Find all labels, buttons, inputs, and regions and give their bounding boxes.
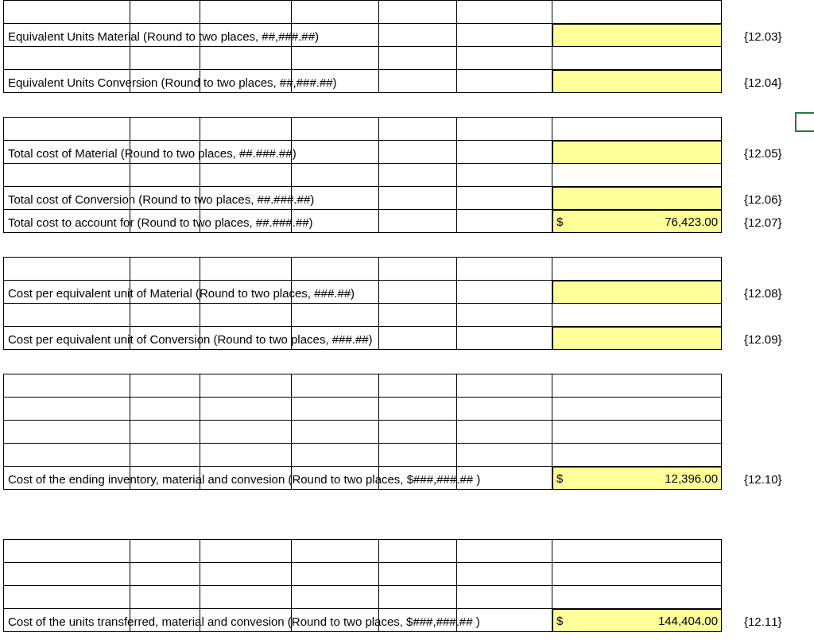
spreadsheet: Equivalent Units Material (Round to two … — [0, 0, 814, 632]
ref-label: {12.06} — [744, 192, 782, 205]
selection-box — [795, 112, 814, 132]
block-transferred: Cost of the units transferred, material … — [3, 539, 722, 632]
block-ending-inventory: Cost of the ending inventory, material a… — [3, 374, 722, 490]
ref-label: {12.07} — [744, 215, 782, 228]
row-total-cost-account-for: Total cost to account for (Round to two … — [3, 210, 722, 233]
label-cpeu-conversion: Cost per equivalent unit of Conversion (… — [8, 332, 373, 345]
table-row — [3, 1, 722, 24]
table-row — [3, 540, 722, 563]
ref-label: {12.08} — [744, 285, 782, 299]
table-row — [3, 258, 722, 281]
input-cpeu-conversion[interactable] — [552, 327, 722, 350]
currency-symbol: $ — [556, 471, 563, 485]
input-ending-inventory[interactable]: $ 12,396.00 — [552, 467, 722, 490]
label-cpeu-material: Cost per equivalent unit of Material (Ro… — [8, 285, 355, 299]
table-row — [3, 586, 722, 609]
ref-label: {12.11} — [744, 614, 782, 627]
label-total-cost-material: Total cost of Material (Round to two pla… — [8, 145, 297, 159]
block-cost-per-eu: Cost per equivalent unit of Material (Ro… — [3, 257, 722, 350]
input-total-cost-account-for[interactable]: $ 76,423.00 — [552, 210, 722, 233]
table-row — [3, 304, 722, 327]
ref-label: {12.09} — [744, 332, 782, 345]
currency-symbol: $ — [556, 215, 563, 228]
row-eq-units-conversion: Equivalent Units Conversion (Round to tw… — [3, 70, 722, 93]
ref-label: {12.04} — [744, 75, 782, 88]
input-transferred[interactable]: $ 144,404.00 — [552, 609, 722, 632]
label-total-cost-account-for: Total cost to account for (Round to two … — [8, 215, 313, 228]
table-row — [3, 374, 722, 398]
row-cpeu-material: Cost per equivalent unit of Material (Ro… — [3, 281, 722, 304]
row-total-cost-conversion: Total cost of Conversion (Round to two p… — [3, 187, 722, 210]
table-row — [3, 398, 722, 421]
table-row — [3, 118, 722, 141]
input-total-cost-material[interactable] — [552, 141, 722, 164]
table-row — [3, 444, 722, 467]
input-eq-units-conversion[interactable] — [552, 70, 722, 93]
value-total-cost-account-for: 76,423.00 — [566, 215, 718, 228]
table-row — [3, 421, 722, 444]
label-transferred: Cost of the units transferred, material … — [8, 614, 480, 627]
value-ending-inventory: 12,396.00 — [566, 471, 718, 485]
ref-label: {12.10} — [744, 471, 782, 485]
table-row — [3, 563, 722, 586]
table-row — [3, 164, 722, 187]
currency-symbol: $ — [556, 614, 563, 627]
row-ending-inventory: Cost of the ending inventory, material a… — [3, 467, 722, 490]
ref-label: {12.05} — [744, 145, 782, 159]
row-total-cost-material: Total cost of Material (Round to two pla… — [3, 141, 722, 164]
input-total-cost-conversion[interactable] — [552, 187, 722, 210]
block-total-costs: Total cost of Material (Round to two pla… — [3, 117, 722, 233]
label-total-cost-conversion: Total cost of Conversion (Round to two p… — [8, 192, 314, 205]
label-eq-units-conversion: Equivalent Units Conversion (Round to tw… — [8, 75, 337, 88]
label-ending-inventory: Cost of the ending inventory, material a… — [8, 471, 480, 485]
row-eq-units-material: Equivalent Units Material (Round to two … — [3, 24, 722, 47]
row-cpeu-conversion: Cost per equivalent unit of Conversion (… — [3, 327, 722, 350]
row-transferred: Cost of the units transferred, material … — [3, 609, 722, 632]
table-row — [3, 47, 722, 70]
value-transferred: 144,404.00 — [566, 614, 718, 627]
label-eq-units-material: Equivalent Units Material (Round to two … — [8, 29, 319, 42]
input-eq-units-material[interactable] — [552, 24, 722, 47]
block-equivalent-units: Equivalent Units Material (Round to two … — [3, 0, 722, 93]
ref-label: {12.03} — [744, 29, 782, 42]
input-cpeu-material[interactable] — [552, 281, 722, 304]
